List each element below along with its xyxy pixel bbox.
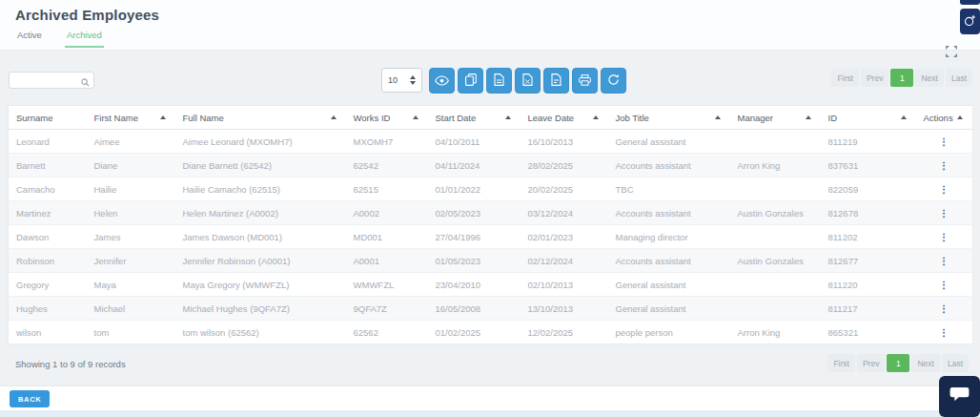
cell-full-name: Hailie Camacho (62515) bbox=[175, 177, 346, 201]
row-actions-menu-icon[interactable]: ⋮ bbox=[939, 184, 949, 195]
page-button-1[interactable]: 1 bbox=[887, 354, 909, 372]
table-row: MartinezHelenHelen Martinez (A0002)A0002… bbox=[9, 201, 973, 225]
cell-start-date: 04/10/2011 bbox=[428, 130, 521, 154]
column-header-job-title[interactable]: Job Title bbox=[608, 106, 730, 130]
sort-caret-icon bbox=[715, 115, 721, 119]
table-row: CamachoHailieHailie Camacho (62515)62515… bbox=[9, 177, 973, 201]
column-header-manager[interactable]: Manager bbox=[730, 106, 821, 130]
column-header-full-name[interactable]: Full Name bbox=[175, 106, 346, 130]
print-button[interactable] bbox=[572, 68, 598, 94]
csv-export-button[interactable] bbox=[486, 68, 512, 94]
cell-manager: Arron King bbox=[730, 321, 821, 344]
cell-first-name: Maya bbox=[87, 273, 175, 297]
sort-caret-icon bbox=[957, 115, 963, 119]
column-header-leave-date[interactable]: Leave Date bbox=[521, 106, 608, 130]
sort-caret-icon bbox=[806, 115, 811, 119]
page-button-next[interactable]: Next bbox=[911, 354, 939, 372]
cell-start-date: 23/04/2010 bbox=[428, 273, 521, 297]
cell-full-name: Helen Martinez (A0002) bbox=[175, 201, 346, 225]
column-label: Surname bbox=[16, 113, 53, 123]
cell-surname: wilson bbox=[9, 321, 87, 344]
cell-actions: ⋮ bbox=[916, 297, 973, 321]
cell-manager: Arron King bbox=[730, 154, 821, 177]
row-actions-menu-icon[interactable]: ⋮ bbox=[939, 256, 949, 266]
page-button-prev[interactable]: Prev bbox=[861, 69, 888, 87]
page-button-last[interactable]: Last bbox=[942, 354, 969, 372]
page-size-stepper[interactable]: 10 bbox=[381, 68, 422, 93]
cell-first-name: Michael bbox=[87, 297, 175, 321]
quick-add-button[interactable] bbox=[960, 9, 980, 34]
cell-surname: Leonard bbox=[9, 130, 87, 154]
page-button-1[interactable]: 1 bbox=[890, 69, 913, 87]
row-actions-menu-icon[interactable]: ⋮ bbox=[939, 280, 949, 290]
cell-works-id: 62542 bbox=[346, 154, 428, 177]
cell-full-name: Maya Gregory (WMWFZL) bbox=[175, 273, 346, 297]
clock-plus-icon bbox=[964, 13, 976, 31]
page-button-last[interactable]: Last bbox=[946, 69, 972, 87]
cell-start-date: 01/05/2023 bbox=[428, 249, 521, 273]
column-visibility-button[interactable] bbox=[429, 68, 455, 94]
chat-bubble-icon bbox=[949, 386, 970, 407]
cell-job-title: people person bbox=[608, 321, 730, 344]
cell-first-name: Jennifer bbox=[87, 249, 175, 273]
stepper-arrows-icon[interactable] bbox=[410, 75, 416, 85]
cell-actions: ⋮ bbox=[916, 130, 973, 154]
column-header-start-date[interactable]: Start Date bbox=[428, 106, 521, 130]
cell-id: 811219 bbox=[821, 130, 916, 154]
cell-start-date: 04/11/2024 bbox=[428, 154, 521, 177]
cell-id: 822059 bbox=[821, 177, 916, 201]
cell-works-id: 62515 bbox=[346, 177, 428, 201]
excel-export-button[interactable] bbox=[515, 68, 541, 94]
column-header-actions[interactable]: Actions bbox=[916, 106, 973, 130]
back-button[interactable]: BACK bbox=[10, 390, 50, 407]
sort-caret-icon bbox=[593, 115, 599, 119]
tab-active[interactable]: Active bbox=[15, 30, 44, 48]
table-row: HughesMichaelMichael Hughes (9QFA7Z)9QFA… bbox=[9, 297, 973, 321]
page-button-prev[interactable]: Prev bbox=[857, 354, 885, 372]
refresh-button[interactable] bbox=[601, 68, 626, 94]
cell-works-id: A0001 bbox=[346, 249, 428, 273]
table-row: wilsontomtom wilson (62562)6256201/02/20… bbox=[9, 321, 973, 344]
table-row: DawsonJamesJames Dawson (MD001)MD00127/0… bbox=[9, 225, 973, 249]
column-label: First Name bbox=[94, 113, 138, 123]
table-header-row: SurnameFirst NameFull NameWorks IDStart … bbox=[9, 106, 973, 130]
top-widget-partial[interactable] bbox=[960, 0, 980, 5]
row-actions-menu-icon[interactable]: ⋮ bbox=[939, 303, 949, 314]
row-actions-menu-icon[interactable]: ⋮ bbox=[939, 327, 949, 338]
column-label: ID bbox=[828, 113, 838, 123]
sort-caret-icon bbox=[505, 115, 511, 119]
row-actions-menu-icon[interactable]: ⋮ bbox=[939, 136, 949, 147]
table-body: LeonardAimeeAimee Leonard (MXOMH7)MXOMH7… bbox=[9, 130, 973, 344]
page-button-next[interactable]: Next bbox=[915, 69, 943, 87]
page-button-first[interactable]: First bbox=[827, 354, 855, 372]
cell-leave-date: 03/12/2024 bbox=[521, 201, 608, 225]
page-button-first[interactable]: First bbox=[831, 69, 859, 87]
cell-manager: Austin Gonzales bbox=[730, 249, 821, 273]
cell-full-name: Diane Barnett (62542) bbox=[175, 154, 346, 177]
column-label: Actions bbox=[924, 113, 953, 123]
cell-start-date: 02/05/2023 bbox=[428, 201, 521, 225]
column-header-surname: Surname bbox=[9, 106, 87, 130]
cell-id: 811202 bbox=[821, 225, 916, 249]
page-size-value: 10 bbox=[388, 75, 398, 85]
row-actions-menu-icon[interactable]: ⋮ bbox=[939, 208, 949, 219]
cell-manager bbox=[730, 297, 821, 321]
column-header-first-name[interactable]: First Name bbox=[87, 106, 175, 130]
pdf-export-button[interactable] bbox=[543, 68, 569, 94]
cell-id: 837631 bbox=[821, 154, 916, 177]
tab-bar: Active Archived bbox=[15, 30, 104, 48]
column-header-works-id[interactable]: Works ID bbox=[346, 106, 428, 130]
row-actions-menu-icon[interactable]: ⋮ bbox=[939, 232, 949, 242]
row-actions-menu-icon[interactable]: ⋮ bbox=[939, 160, 949, 171]
column-header-id[interactable]: ID bbox=[821, 106, 916, 130]
copy-button[interactable] bbox=[458, 68, 483, 94]
fullscreen-toggle-button[interactable] bbox=[945, 45, 958, 58]
cell-surname: Gregory bbox=[9, 273, 87, 297]
copy-icon bbox=[465, 73, 477, 90]
cell-actions: ⋮ bbox=[916, 201, 973, 225]
sort-caret-icon bbox=[901, 115, 907, 119]
live-chat-button[interactable] bbox=[939, 376, 980, 417]
cell-works-id: 62562 bbox=[346, 321, 428, 344]
tab-archived[interactable]: Archived bbox=[65, 30, 104, 48]
cell-actions: ⋮ bbox=[916, 249, 973, 273]
